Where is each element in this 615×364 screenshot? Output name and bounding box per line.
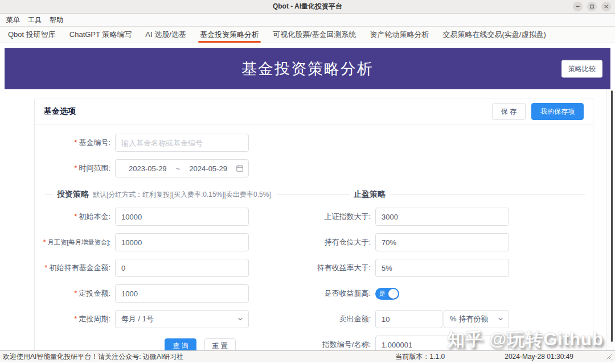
sell-amount-input[interactable] <box>375 310 442 328</box>
page-banner: 基金投资策略分析 策略比较 <box>5 48 610 89</box>
initial-capital-label: *初始本金: <box>35 212 110 222</box>
tab-asset-rotation[interactable]: 资产轮动策略分析 <box>363 27 436 43</box>
maximize-icon <box>589 4 594 9</box>
minimize-button[interactable] <box>573 2 583 11</box>
initial-capital-input[interactable] <box>115 208 249 226</box>
required-mark: * <box>74 212 77 221</box>
required-mark: * <box>74 164 77 172</box>
position-above-row: 持有仓位大于: <box>314 233 593 251</box>
profit-new-high-toggle[interactable]: 是 <box>375 288 399 300</box>
zhihu-watermark: 知乎 @玩转Github <box>447 328 604 350</box>
date-start[interactable]: 2023-05-29 <box>120 164 175 173</box>
sell-unit-select[interactable]: % 持有份额 <box>444 310 509 328</box>
profit-new-high-label: 是否收益新高: <box>314 288 371 299</box>
statusbar-welcome-text: 欢迎使用AI智能量化投研平台！请关注公众号: 迈微AI研习社 <box>3 352 396 362</box>
invest-strategy-hint: 默认[分红方式：红利复投][买入费率:0.15%][卖出费率0.5%] <box>93 190 271 200</box>
date-range-picker[interactable]: 2023-05-29 ~ 2024-05-29 <box>115 159 249 177</box>
menu-item-menu[interactable]: 菜单 <box>2 15 24 25</box>
required-mark: * <box>44 263 47 272</box>
reset-button[interactable]: 重 置 <box>204 338 236 350</box>
monthly-salary-input[interactable] <box>115 233 249 251</box>
page-title: 基金投资策略分析 <box>241 59 374 79</box>
my-saved-items-button[interactable]: 我的保存项 <box>531 103 584 120</box>
aip-cycle-value: 每月 / 1号 <box>121 314 154 324</box>
fund-options-card: 基金选项 保 存 我的保存项 *基金编号: *时间范围: 2023-05-29 … <box>34 98 593 350</box>
position-above-label: 持有仓位大于: <box>314 237 371 247</box>
monthly-salary-label: *月工资[每月增量资金]: <box>35 238 110 247</box>
aip-amount-label: *定投金额: <box>35 288 110 299</box>
aip-cycle-label: *定投周期: <box>35 314 110 324</box>
calendar-icon <box>236 164 244 172</box>
tab-ai-stock-picking[interactable]: AI 选股/选基 <box>138 27 193 43</box>
card-title: 基金选项 <box>44 106 492 117</box>
profit-new-high-row: 是否收益新高: 是 <box>314 284 593 303</box>
window-controls <box>573 0 611 13</box>
close-icon <box>604 4 609 9</box>
statusbar-datetime: 2024-May-28 01:30:49 <box>505 353 573 361</box>
profit-strategy-section-header: 止盈策略 <box>342 189 593 200</box>
menu-item-tools[interactable]: 工具 <box>24 15 46 25</box>
strategy-section-headers: 投资策略 默认[分红方式：红利复投][买入费率:0.15%][卖出费率0.5%]… <box>35 189 593 200</box>
maximize-button[interactable] <box>587 2 597 11</box>
aip-amount-input[interactable] <box>115 284 249 303</box>
sell-amount-label: 卖出金额: <box>314 314 371 324</box>
resize-grip-icon[interactable] <box>605 353 612 360</box>
aip-cycle-row: *定投周期: 每月 / 1号 <box>35 310 314 328</box>
initial-fund-amount-row: *初始持有基金金额: <box>35 259 314 277</box>
main-tabbar: Qbot 投研智库 ChatGPT 策略编写 AI 选股/选基 基金投资策略分析… <box>0 27 615 43</box>
date-end[interactable]: 2024-05-29 <box>181 164 236 173</box>
divider-line <box>390 195 585 195</box>
card-header: 基金选项 保 存 我的保存项 <box>35 98 593 125</box>
window-titlebar: Qbot - AI量化投资平台 <box>0 0 615 14</box>
close-button[interactable] <box>601 2 611 11</box>
tab-chatgpt-strategy[interactable]: ChatGPT 策略编写 <box>63 27 139 43</box>
sse-index-row: 上证指数大于: <box>314 208 593 226</box>
minimize-icon <box>575 4 580 9</box>
sse-index-input[interactable] <box>375 208 509 226</box>
query-button[interactable]: 查 询 <box>165 338 196 350</box>
statusbar: 欢迎使用AI智能量化投研平台！请关注公众号: 迈微AI研习社 当前版本：1.1.… <box>0 350 615 362</box>
form-actions: 查 询 重 置 <box>133 338 267 350</box>
menu-item-help[interactable]: 帮助 <box>46 15 67 25</box>
divider-line <box>342 195 350 195</box>
required-mark: * <box>74 315 77 323</box>
fund-options-form: *基金编号: *时间范围: 2023-05-29 ~ 2024-05-29 <box>35 125 593 350</box>
sell-amount-row: 卖出金额: % 持有份额 <box>314 310 593 328</box>
return-above-row: 持有收益率大于: <box>314 259 593 277</box>
required-mark: * <box>43 238 46 246</box>
vertical-scrollbar-thumb[interactable] <box>611 90 613 342</box>
vertical-scrollbar-track[interactable] <box>606 89 615 350</box>
position-above-input[interactable] <box>375 233 509 251</box>
return-above-input[interactable] <box>375 259 509 277</box>
monthly-salary-row: *月工资[每月增量资金]: <box>35 233 314 251</box>
required-mark: * <box>74 138 77 147</box>
divider-line <box>277 195 342 195</box>
menubar: 菜单 工具 帮助 <box>0 14 615 27</box>
sell-unit-value: % 持有份额 <box>450 314 488 324</box>
toggle-knob <box>388 289 398 299</box>
initial-fund-amount-label: *初始持有基金金额: <box>35 263 110 273</box>
fund-code-label: *基金编号: <box>35 138 110 148</box>
tab-fund-strategy-analysis[interactable]: 基金投资策略分析 <box>193 27 266 43</box>
fund-code-row: *基金编号: <box>35 134 593 152</box>
index-code-label: 指数编号/名称: <box>314 340 371 350</box>
save-button[interactable]: 保 存 <box>492 103 526 120</box>
statusbar-version: 当前版本：1.1.0 <box>396 352 445 362</box>
date-separator: ~ <box>175 164 181 173</box>
window-title: Qbot - AI量化投资平台 <box>273 2 342 11</box>
tab-online-trading[interactable]: 交易策略在线交易(实盘/虚拟盘) <box>436 27 553 43</box>
initial-fund-amount-input[interactable] <box>115 259 249 277</box>
required-mark: * <box>74 289 77 297</box>
aip-cycle-select[interactable]: 每月 / 1号 <box>115 310 249 328</box>
tab-visual-backtest[interactable]: 可视化股票/基金回测系统 <box>266 27 363 43</box>
chevron-down-icon <box>497 316 504 322</box>
fund-code-input[interactable] <box>115 134 249 152</box>
toggle-on-label: 是 <box>379 289 386 298</box>
tab-qbot-research[interactable]: Qbot 投研智库 <box>1 27 63 43</box>
invest-strategy-title: 投资策略 <box>57 189 89 200</box>
strategy-compare-button[interactable]: 策略比较 <box>561 60 602 77</box>
divider-line <box>45 195 53 195</box>
date-range-row: *时间范围: 2023-05-29 ~ 2024-05-29 <box>35 159 593 177</box>
initial-capital-row: *初始本金: <box>35 208 314 226</box>
chevron-down-icon <box>237 316 244 322</box>
